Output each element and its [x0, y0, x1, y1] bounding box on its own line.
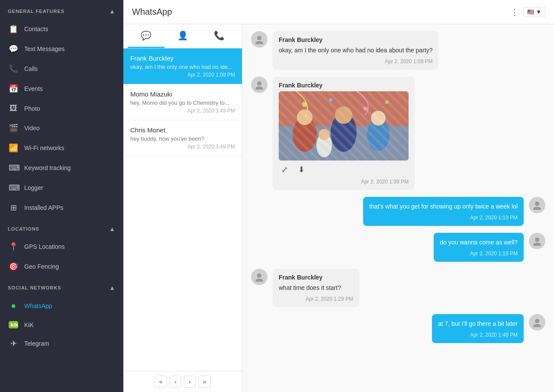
general-features-header: GENERAL FEATURES ▲: [0, 0, 123, 19]
conversation-time: Apr 2, 2020 3:49 PM: [130, 144, 235, 150]
expand-image-button[interactable]: ⤢: [279, 164, 290, 175]
svg-point-21: [533, 243, 541, 246]
message-text: okay, am I the only one who had no idea …: [279, 46, 432, 55]
svg-point-12: [331, 113, 357, 152]
first-page-button[interactable]: «: [155, 376, 167, 388]
sidebar-item-photo[interactable]: 🖼 Photo: [0, 99, 123, 118]
message-bubble: that's what you get for showing up only …: [363, 197, 545, 226]
main-panel: WhatsApp ⋮ 🇺🇸 ▼ 💬 👤 📞: [123, 0, 554, 392]
sidebar-item-whatsapp[interactable]: ● WhatsApp: [0, 296, 123, 316]
contacts-icon: 📋: [9, 24, 18, 34]
avatar: [529, 197, 545, 213]
locations-header: LOCATIONS ▲: [0, 218, 123, 237]
logger-icon: ⌨: [9, 183, 18, 193]
conversation-tabs: 💬 👤 📞: [123, 24, 242, 48]
chevron-up-icon[interactable]: ▲: [109, 225, 116, 232]
svg-point-17: [319, 129, 330, 140]
more-options-icon[interactable]: ⋮: [510, 7, 519, 17]
conversation-item[interactable]: Momo Miazuki hey, Momo did you go to Che…: [123, 84, 242, 120]
section-label: GENERAL FEATURES: [8, 9, 64, 14]
svg-point-24: [535, 319, 539, 323]
topbar: WhatsApp ⋮ 🇺🇸 ▼: [123, 0, 554, 24]
sidebar-item-calls[interactable]: 📞 Calls: [0, 59, 123, 79]
sidebar-item-label: Calls: [24, 65, 38, 72]
download-image-button[interactable]: ⬇: [296, 164, 307, 175]
flag-icon: 🇺🇸: [527, 9, 534, 15]
kik-icon: kik: [9, 321, 18, 328]
message-sender: Frank Burckley: [279, 274, 353, 281]
prev-page-button[interactable]: ‹: [170, 376, 181, 388]
conversation-item[interactable]: Frank Burckley okay, am I the only one w…: [123, 48, 242, 84]
avatar: [529, 233, 545, 249]
sidebar-item-contacts[interactable]: 📋 Contacts: [0, 19, 123, 39]
whatsapp-icon: ●: [9, 301, 18, 311]
language-selector[interactable]: 🇺🇸 ▼: [523, 7, 545, 17]
svg-point-10: [293, 117, 317, 152]
chat-tab-icon: 💬: [141, 30, 151, 41]
svg-point-22: [257, 273, 261, 278]
svg-point-23: [255, 279, 263, 282]
sidebar-item-logger[interactable]: ⌨ Logger: [0, 178, 123, 198]
chevron-up-icon[interactable]: ▲: [109, 8, 116, 15]
section-label: LOCATIONS: [8, 226, 39, 231]
svg-point-2: [257, 81, 261, 86]
sidebar-item-gps[interactable]: 📍 GPS Locations: [0, 237, 123, 257]
message-time: Apr 2, 2020 1:09 PM: [279, 58, 432, 64]
topbar-right: ⋮ 🇺🇸 ▼: [510, 7, 545, 17]
sidebar-item-geofencing[interactable]: 🎯 Geo Fencing: [0, 257, 123, 276]
image-actions: ⤢ ⬇: [279, 164, 409, 175]
sidebar-item-label: Events: [24, 85, 43, 92]
sidebar-item-label: Geo Fencing: [24, 263, 59, 270]
contacts-tab-icon: 👤: [177, 30, 188, 41]
svg-point-6: [302, 102, 307, 107]
wifi-icon: 📶: [9, 143, 18, 153]
pagination: « ‹ › »: [123, 371, 242, 392]
conversation-name: Chris Monet: [130, 126, 235, 134]
next-page-button[interactable]: ›: [184, 376, 196, 388]
text-messages-icon: 💬: [9, 44, 18, 54]
sidebar-item-installed-apps[interactable]: ⊞ Installed APPs: [0, 198, 123, 218]
tab-calls[interactable]: 📞: [201, 24, 238, 48]
svg-point-9: [385, 100, 389, 104]
message-text: at 7, but I'll go there a bit later: [438, 319, 518, 328]
message-card: at 7, but I'll go there a bit later Apr …: [432, 314, 524, 343]
sidebar-item-label: KiK: [24, 321, 34, 328]
sidebar-item-label: Text Messages: [24, 45, 64, 52]
chevron-up-icon[interactable]: ▲: [109, 284, 116, 291]
message-time: Apr 2, 2020 1:19 PM: [440, 251, 518, 257]
sidebar-item-label: GPS Locations: [24, 243, 64, 250]
message-text: that's what you get for showing up only …: [369, 202, 518, 211]
tab-chat[interactable]: 💬: [128, 24, 164, 48]
svg-point-18: [535, 202, 539, 206]
avatar: [529, 314, 545, 331]
message-bubble: Frank Burckley: [251, 77, 545, 190]
tab-contacts[interactable]: 👤: [164, 24, 201, 48]
sidebar-item-events[interactable]: 📅 Events: [0, 79, 123, 99]
section-label: SOCIAL NETWORKS: [8, 285, 61, 290]
svg-point-11: [297, 109, 312, 125]
message-time: Apr 2, 2020 1:09 PM: [279, 179, 409, 185]
conversation-preview: okay, am I the only one who had no ide..…: [130, 64, 235, 70]
conversation-item[interactable]: Chris Monet hey buddy, how you've been? …: [123, 120, 242, 156]
sidebar-item-keyword-tracking[interactable]: ⌨ Keyword tracking: [0, 158, 123, 178]
message-bubble: Frank Burckley okay, am I the only one w…: [251, 31, 545, 70]
telegram-icon: ✈: [9, 339, 18, 348]
sidebar-item-label: Installed APPs: [24, 204, 63, 211]
message-card: Frank Burckley okay, am I the only one w…: [273, 31, 438, 70]
sidebar-item-wifi[interactable]: 📶 Wi-Fi networks: [0, 138, 123, 158]
sidebar-item-label: Contacts: [24, 26, 48, 32]
sidebar-item-label: Keyword tracking: [24, 164, 71, 171]
sidebar-item-telegram[interactable]: ✈ Telegram: [0, 334, 123, 353]
sidebar-item-text-messages[interactable]: 💬 Text Messages: [0, 39, 123, 59]
sidebar-item-video[interactable]: 🎬 Video: [0, 118, 123, 138]
sidebar: GENERAL FEATURES ▲ 📋 Contacts 💬 Text Mes…: [0, 0, 123, 392]
svg-point-7: [329, 98, 332, 102]
svg-rect-4: [279, 91, 409, 161]
svg-point-15: [371, 111, 386, 125]
message-bubble: do you wanna come as well? Apr 2, 2020 1…: [434, 233, 545, 262]
conversation-name: Frank Burckley: [130, 55, 235, 62]
last-page-button[interactable]: »: [198, 376, 211, 388]
sidebar-item-kik[interactable]: kik KiK: [0, 316, 123, 334]
sidebar-item-label: Logger: [24, 184, 43, 191]
avatar: [251, 31, 267, 48]
